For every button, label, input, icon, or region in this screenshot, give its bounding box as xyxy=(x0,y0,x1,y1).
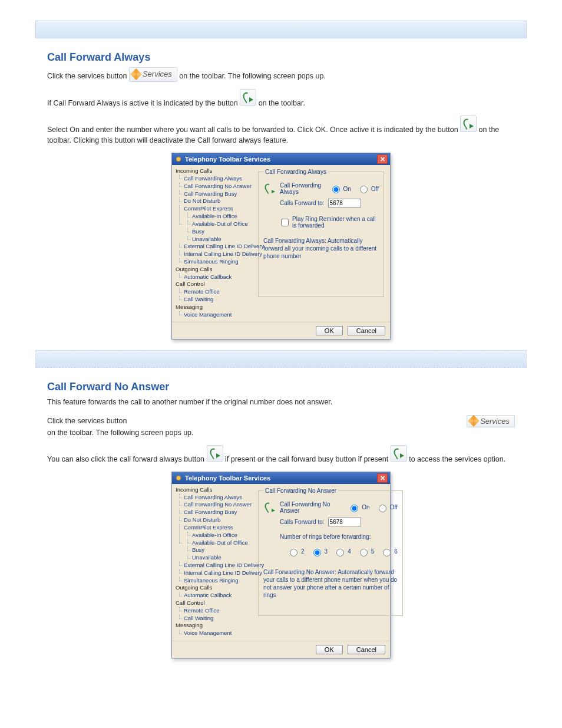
feature-label: Call Forwarding Always xyxy=(280,182,326,195)
tree-item[interactable]: Busy xyxy=(189,228,251,236)
tree-item[interactable]: Do Not Disturb xyxy=(180,516,251,524)
tree-item[interactable]: Voice Management xyxy=(180,630,251,637)
tree-item[interactable]: Remote Office xyxy=(180,288,251,296)
app-icon xyxy=(174,474,183,482)
tree-item[interactable]: Simultaneous Ringing xyxy=(180,258,251,266)
rings-label: Number of rings before forwarding: xyxy=(280,533,371,540)
tree-header: Call Control xyxy=(176,599,251,607)
tree-item[interactable]: Simultaneous Ringing xyxy=(180,577,251,585)
radio-off[interactable] xyxy=(379,505,386,512)
radio-ring[interactable] xyxy=(360,549,368,556)
text: if present or the call forward busy butt… xyxy=(225,455,391,463)
radio-on[interactable] xyxy=(332,186,340,193)
services-button[interactable]: Services xyxy=(467,415,515,427)
checkbox[interactable] xyxy=(281,219,289,226)
panel-legend: Call Forwarding Always xyxy=(263,169,328,175)
forward-to-label: Calls Forward to: xyxy=(280,200,325,206)
dialog-tree[interactable]: Incoming CallsCall Forwarding AlwaysCall… xyxy=(172,165,252,322)
tree-item[interactable]: Remote Office xyxy=(180,607,251,615)
services-button[interactable]: Services xyxy=(129,67,177,82)
dialog-titlebar: Telephony Toolbar Services ✕ xyxy=(172,472,390,484)
tree-item[interactable]: Unavailable xyxy=(189,236,251,243)
text: Click the services button xyxy=(47,417,459,425)
tree-item[interactable]: CommPilot ExpressAvailable-In OfficeAvai… xyxy=(180,524,251,562)
section-cfna-p2b: on the toolbar. The following screen pop… xyxy=(47,427,515,438)
tree-item[interactable]: Call Forwarding No Answer xyxy=(180,501,251,509)
cfna-panel: Call Forwarding No Answer Call Forwardin… xyxy=(258,487,403,616)
tree-item[interactable]: Available-Out of Office xyxy=(189,220,251,228)
tree-header: Messaging xyxy=(176,304,251,311)
on-off-radio[interactable]: On Off xyxy=(348,503,398,512)
tree-item[interactable]: Automatic Callback xyxy=(180,592,251,599)
services-label: Services xyxy=(143,69,172,80)
feature-label: Call Forwarding No Answer xyxy=(280,501,344,514)
tree-item[interactable]: Voice Management xyxy=(180,311,251,319)
svg-point-1 xyxy=(176,476,181,480)
tree-item[interactable]: Internal Calling Line ID Delivery xyxy=(180,251,251,258)
ok-button[interactable]: OK xyxy=(316,326,343,335)
radio-off[interactable] xyxy=(360,186,368,193)
tree-item[interactable]: Available-In Office xyxy=(189,532,251,539)
ring-option[interactable]: 2 xyxy=(287,547,305,556)
radio-on[interactable] xyxy=(351,505,358,512)
close-icon[interactable]: ✕ xyxy=(377,154,388,164)
radio-ring[interactable] xyxy=(336,549,344,556)
tree-header: Incoming Calls xyxy=(176,486,251,494)
tree-item[interactable]: External Calling Line ID Delivery xyxy=(180,562,251,569)
tree-item[interactable]: Available-Out of Office xyxy=(189,539,251,547)
tree-item[interactable]: Call Forwarding Always xyxy=(180,175,251,183)
tree-item[interactable]: Do Not Disturb xyxy=(180,197,251,205)
cancel-button[interactable]: Cancel xyxy=(348,326,385,335)
dialog-titlebar: Telephony Toolbar Services ✕ xyxy=(172,153,390,165)
tree-item[interactable]: Automatic Callback xyxy=(180,274,251,281)
call-forward-always-icon[interactable] xyxy=(460,116,477,132)
call-forward-busy-icon[interactable] xyxy=(391,445,407,462)
divider-band xyxy=(35,350,527,368)
section-cfna-p3: You can also click the call forward alwa… xyxy=(47,445,515,465)
forward-to-input[interactable] xyxy=(328,199,361,207)
rings-radio-group[interactable]: 23456 xyxy=(287,547,398,556)
text: You can also click the call forward alwa… xyxy=(47,455,207,463)
radio-ring[interactable] xyxy=(383,549,391,556)
forward-to-input[interactable] xyxy=(328,518,361,526)
section-cfa-p2: If Call Forward Always is active it is i… xyxy=(47,89,515,108)
text: If Call Forward Always is active it is i… xyxy=(47,99,240,107)
tree-item[interactable]: Call Forwarding No Answer xyxy=(180,183,251,190)
tree-item[interactable]: Unavailable xyxy=(189,554,251,562)
ring-option[interactable]: 3 xyxy=(310,547,328,556)
text: on the toolbar. The following screen pop… xyxy=(179,72,326,80)
tree-item[interactable]: Call Forwarding Busy xyxy=(180,190,251,198)
ring-reminder-checkbox[interactable]: Play Ring Reminder when a call is forwar… xyxy=(279,216,379,229)
tree-item[interactable]: Call Waiting xyxy=(180,615,251,622)
dialog-tree[interactable]: Incoming CallsCall Forwarding AlwaysCall… xyxy=(172,484,252,641)
call-forward-always-icon[interactable] xyxy=(207,445,223,462)
tree-item[interactable]: Busy xyxy=(189,546,251,554)
text: Select On and enter the number where you… xyxy=(47,126,460,134)
tree-item[interactable]: External Calling Line ID Delivery xyxy=(180,243,251,251)
tree-header: Outgoing Calls xyxy=(176,266,251,274)
cfa-panel: Call Forwarding Always Call Forwarding A… xyxy=(258,169,384,297)
cancel-button[interactable]: Cancel xyxy=(348,645,385,654)
ring-option[interactable]: 5 xyxy=(357,547,375,556)
tree-item[interactable]: Internal Calling Line ID Delivery xyxy=(180,569,251,577)
ring-option[interactable]: 4 xyxy=(333,547,351,556)
tree-item[interactable]: CommPilot ExpressAvailable-In OfficeAvai… xyxy=(180,205,251,243)
radio-ring[interactable] xyxy=(290,549,297,556)
tree-item[interactable]: Available-In Office xyxy=(189,213,251,220)
panel-desc: Call Forwarding Always: Automatically fo… xyxy=(263,237,379,260)
section-cfa-p1: Click the services button Services on th… xyxy=(47,67,515,82)
app-icon xyxy=(174,155,183,163)
close-icon[interactable]: ✕ xyxy=(377,473,388,483)
tree-item[interactable]: Call Forwarding Busy xyxy=(180,509,251,516)
diamond-icon xyxy=(470,417,478,425)
call-forward-always-icon[interactable] xyxy=(240,89,256,106)
tree-item[interactable]: Call Waiting xyxy=(180,296,251,304)
ok-button[interactable]: OK xyxy=(316,645,343,654)
ring-option[interactable]: 6 xyxy=(380,547,398,556)
on-off-radio[interactable]: On Off xyxy=(329,184,379,193)
tree-item[interactable]: Call Forwarding Always xyxy=(180,494,251,502)
radio-ring[interactable] xyxy=(313,549,321,556)
text: Click the services button xyxy=(47,72,129,80)
svg-point-0 xyxy=(176,157,181,162)
diamond-icon xyxy=(132,70,140,78)
